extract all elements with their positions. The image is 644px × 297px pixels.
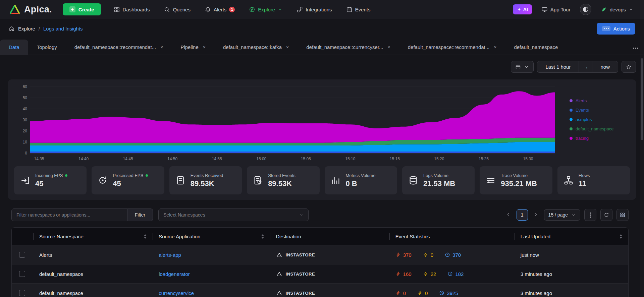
nav-item-icon bbox=[249, 6, 255, 13]
scrollbar-track[interactable] bbox=[640, 0, 644, 297]
time-range-end[interactable]: now bbox=[592, 61, 618, 72]
row-checkbox[interactable] bbox=[19, 252, 25, 258]
tab[interactable]: Data × bbox=[0, 40, 28, 55]
application-link[interactable]: currencyservice bbox=[159, 290, 194, 296]
more-options-button[interactable] bbox=[584, 209, 596, 221]
home-icon[interactable] bbox=[9, 25, 15, 32]
row-checkbox[interactable] bbox=[19, 290, 25, 296]
error-count: 370 bbox=[395, 252, 412, 258]
nav-item[interactable]: Explore bbox=[247, 6, 284, 13]
brand[interactable]: Apica. bbox=[9, 4, 52, 15]
app-tour-button[interactable]: App Tour bbox=[539, 6, 573, 13]
info-count: 182 bbox=[447, 271, 464, 277]
actions-button[interactable]: Actions bbox=[597, 23, 635, 35]
namespace-select[interactable]: Select Namespaces bbox=[158, 209, 309, 221]
stat-card[interactable]: Metrics Volume 0 B bbox=[325, 166, 397, 194]
view-grid-button[interactable] bbox=[616, 209, 629, 221]
instastore-icon bbox=[276, 271, 282, 277]
sort-icon[interactable] bbox=[144, 234, 147, 239]
page-size-select[interactable]: 15 / page bbox=[544, 209, 580, 221]
namespace-select-placeholder: Select Namespaces bbox=[163, 212, 205, 218]
sort-icon[interactable] bbox=[261, 234, 264, 239]
scrollbar-thumb[interactable] bbox=[641, 58, 643, 140]
table-row[interactable]: default_namespace loadgenerator INSTASTO… bbox=[12, 264, 628, 283]
nav-item[interactable]: Alerts 1 bbox=[203, 6, 237, 13]
user-menu[interactable]: devops bbox=[599, 6, 635, 13]
tab[interactable]: default_namespace::recommendat... × bbox=[66, 40, 172, 55]
tab[interactable]: default_namespace::kafka × bbox=[214, 40, 298, 55]
stat-card[interactable]: Processed EPS 45 bbox=[92, 166, 164, 194]
tab[interactable]: Topology × bbox=[28, 40, 66, 55]
legend-item[interactable]: asmplus bbox=[570, 117, 630, 122]
nav-item[interactable]: Integrations bbox=[294, 6, 334, 13]
destination-name: INSTASTORE bbox=[286, 252, 315, 257]
tab-label: default_namespace bbox=[514, 44, 558, 50]
stat-value: 21.53 MB bbox=[423, 179, 455, 188]
ai-button[interactable]: AI bbox=[513, 4, 532, 14]
table-row[interactable]: Alerts alerts-app INSTASTORE 370 0 bbox=[12, 245, 628, 264]
next-page-button[interactable] bbox=[532, 211, 540, 219]
grid-view-icon bbox=[620, 212, 625, 218]
tab[interactable]: Pipeline × bbox=[172, 40, 214, 55]
stat-card[interactable]: Stored Events 89.53K bbox=[247, 166, 319, 194]
nav-item[interactable]: Events bbox=[344, 6, 373, 13]
nav-item-icon bbox=[164, 6, 170, 13]
svg-text:14:40: 14:40 bbox=[78, 157, 89, 161]
theme-toggle-button[interactable] bbox=[580, 4, 591, 15]
close-icon[interactable]: × bbox=[286, 45, 289, 50]
time-range-start[interactable]: Last 1 hour bbox=[537, 61, 579, 72]
sparkle-icon bbox=[517, 7, 522, 12]
sort-icon[interactable] bbox=[620, 234, 622, 239]
header-source-namespace[interactable]: Source Namespace bbox=[33, 228, 153, 245]
svg-text:50: 50 bbox=[23, 96, 28, 100]
stat-card[interactable]: Trace Volume 935.21 MB bbox=[480, 166, 552, 194]
header-last-updated[interactable]: Last Updated bbox=[515, 228, 628, 245]
chart-area: 010203040506014:3514:4014:4514:5014:5515… bbox=[14, 83, 564, 164]
stat-card[interactable]: Logs Volume 21.53 MB bbox=[402, 166, 475, 194]
legend-item[interactable]: Events bbox=[570, 108, 630, 113]
breadcrumb-root[interactable]: Explore bbox=[18, 26, 35, 32]
legend-item[interactable]: tracing bbox=[570, 136, 630, 141]
legend-item[interactable]: default_namespace bbox=[570, 126, 630, 131]
favorite-button[interactable] bbox=[622, 61, 636, 73]
tab[interactable]: default_namespace::currencyser... × bbox=[298, 40, 399, 55]
stat-card[interactable]: Incoming EPS 45 bbox=[14, 166, 87, 194]
ai-label: AI bbox=[523, 7, 528, 12]
nav-item[interactable]: Dashboards bbox=[112, 6, 152, 13]
close-icon[interactable]: × bbox=[160, 45, 163, 50]
application-link[interactable]: alerts-app bbox=[159, 252, 181, 258]
stat-value: 45 bbox=[35, 179, 67, 188]
chevron-down-icon bbox=[629, 7, 633, 12]
eps-area-chart: 010203040506014:3514:4014:4514:5014:5515… bbox=[14, 83, 557, 163]
stat-text: Metrics Volume 0 B bbox=[346, 173, 376, 188]
close-icon[interactable]: × bbox=[388, 45, 390, 50]
close-icon[interactable]: × bbox=[203, 45, 206, 50]
filter-input[interactable] bbox=[11, 209, 127, 221]
tab[interactable]: default_namespace × bbox=[505, 40, 567, 55]
stat-icon bbox=[486, 175, 496, 185]
bolt-icon bbox=[423, 252, 428, 257]
nav-item[interactable]: Queries bbox=[162, 6, 193, 13]
tab-label: Data bbox=[9, 44, 19, 50]
stat-value: 11 bbox=[579, 179, 590, 188]
stat-card[interactable]: Flows 11 bbox=[557, 166, 630, 194]
prev-page-button[interactable] bbox=[504, 211, 513, 219]
legend-label: default_namespace bbox=[576, 126, 613, 131]
bolt-icon bbox=[395, 252, 401, 257]
refresh-button[interactable] bbox=[600, 209, 612, 221]
tab[interactable]: default_namespace::recommendat... × bbox=[399, 40, 505, 55]
current-page-button[interactable]: 1 bbox=[517, 209, 528, 221]
close-icon[interactable]: × bbox=[494, 45, 496, 50]
filter-button[interactable]: Filter bbox=[127, 209, 153, 221]
table-row[interactable]: default_namespace currencyservice INSTAS… bbox=[12, 283, 628, 297]
row-checkbox[interactable] bbox=[19, 271, 25, 277]
breadcrumb-current[interactable]: Logs and Insights bbox=[43, 26, 83, 32]
application-link[interactable]: loadgenerator bbox=[159, 271, 190, 277]
stat-card[interactable]: Events Received 89.53K bbox=[169, 166, 242, 194]
calendar-picker-button[interactable] bbox=[511, 61, 534, 73]
create-button[interactable]: + Create bbox=[63, 3, 101, 15]
stat-text: Logs Volume 21.53 MB bbox=[423, 173, 455, 188]
header-source-application[interactable]: Source Application bbox=[153, 228, 270, 245]
table-body: Alerts alerts-app INSTASTORE 370 0 bbox=[12, 245, 628, 297]
legend-item[interactable]: Alerts bbox=[570, 98, 630, 103]
